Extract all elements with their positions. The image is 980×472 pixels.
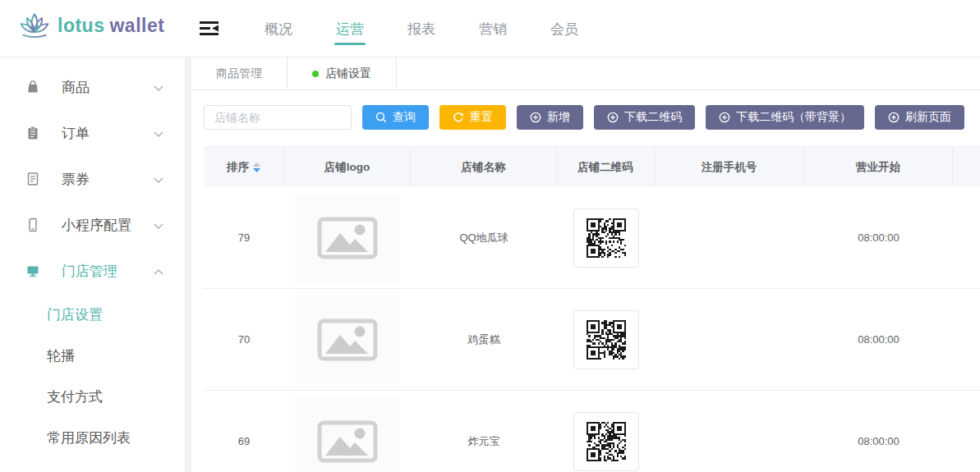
ticket-icon	[25, 172, 41, 186]
sidebar-subitem-payment-methods[interactable]: 支付方式	[0, 376, 185, 417]
cell-sort: 70	[204, 289, 284, 390]
brand-logo: lotuswallet	[18, 11, 164, 39]
download-qr-bg-button[interactable]: 下载二维码（带背景）	[706, 105, 864, 130]
download-qr-button[interactable]: 下载二维码	[594, 105, 695, 130]
topnav-reports[interactable]: 报表	[406, 15, 437, 44]
tab-goods-management[interactable]: 商品管理	[191, 57, 288, 89]
cell-logo	[284, 391, 411, 472]
column-header-open-time: 营业开始	[804, 147, 953, 187]
cell-qr	[557, 289, 655, 390]
cell-more	[953, 391, 980, 472]
cell-logo	[284, 187, 411, 288]
brand-name: lotuswallet	[58, 15, 164, 37]
clipboard-icon	[25, 126, 41, 140]
qr-code-box[interactable]	[573, 412, 639, 471]
chevron-up-icon	[154, 263, 163, 278]
plus-circle-icon	[888, 112, 899, 123]
download-qr-button-label: 下载二维码	[624, 110, 682, 125]
store-icon	[25, 263, 41, 278]
image-placeholder	[295, 397, 400, 472]
table-header-row: 排序 店铺logo 店铺名称 店铺二维码 注册手机号 营业开始	[204, 146, 980, 187]
cell-phone	[655, 187, 804, 288]
table-row: 69 炸元宝 08:00:00	[204, 391, 980, 472]
cell-phone	[655, 289, 804, 390]
cell-shop-name: QQ地瓜球	[411, 187, 557, 288]
sidebar-subitem-carousel[interactable]: 轮播	[0, 335, 185, 376]
sidebar-label-miniprogram: 小程序配置	[62, 216, 154, 235]
topnav-members[interactable]: 会员	[549, 15, 580, 44]
tab-label: 商品管理	[216, 66, 262, 81]
column-header-phone: 注册手机号	[655, 147, 804, 187]
cell-more	[953, 187, 980, 288]
column-header-qr: 店铺二维码	[557, 147, 655, 187]
phone-icon	[25, 218, 41, 232]
sidebar-label-goods: 商品	[62, 78, 154, 97]
lotus-logo-icon	[18, 11, 51, 39]
plus-circle-icon	[607, 112, 619, 123]
sidebar-item-store-management[interactable]: 门店管理	[0, 248, 185, 294]
sidebar-item-orders[interactable]: 订单	[0, 110, 185, 156]
topnav-overview[interactable]: 概况	[263, 15, 294, 44]
download-qr-bg-button-label: 下载二维码（带背景）	[736, 110, 851, 125]
cell-shop-name: 鸡蛋糕	[411, 289, 557, 390]
stores-table: 排序 店铺logo 店铺名称 店铺二维码 注册手机号 营业开始 79 QQ地瓜球	[204, 146, 980, 472]
reset-button-label: 重置	[470, 110, 493, 125]
plus-circle-icon	[719, 112, 730, 123]
cell-sort: 79	[204, 187, 284, 288]
image-placeholder	[295, 194, 400, 282]
refresh-icon	[453, 112, 464, 123]
image-placeholder	[295, 296, 400, 384]
column-header-logo: 店铺logo	[284, 147, 411, 187]
tab-label: 店铺设置	[325, 66, 371, 81]
table-row: 70 鸡蛋糕 08:00:00	[204, 289, 980, 391]
cell-open-time: 08:00:00	[804, 391, 953, 472]
cell-open-time: 08:00:00	[804, 187, 953, 288]
query-button-label: 查询	[393, 110, 416, 125]
cell-phone	[655, 391, 804, 472]
sidebar-collapse-icon[interactable]	[200, 21, 219, 39]
topnav-operations[interactable]: 运营	[334, 15, 366, 44]
sidebar-label-orders: 订单	[62, 124, 154, 143]
sidebar-subitem-common-reasons[interactable]: 常用原因列表	[0, 417, 185, 458]
cell-qr	[557, 391, 655, 472]
chevron-down-icon	[154, 126, 163, 140]
qr-code-image	[587, 320, 626, 360]
search-icon	[375, 112, 387, 123]
main-content: 查询 重置 新增 下载二维码 下载二维码（带背景） 刷新页面 排序	[191, 90, 980, 472]
toolbar: 查询 重置 新增 下载二维码 下载二维码（带背景） 刷新页面	[204, 105, 980, 130]
app-header: lotuswallet 概况 运营 报表 营销 会员	[0, 0, 980, 57]
cell-open-time: 08:00:00	[804, 289, 953, 390]
search-input[interactable]	[204, 105, 352, 130]
sidebar-gutter	[185, 57, 191, 472]
cell-shop-name: 炸元宝	[411, 391, 557, 472]
refresh-page-button[interactable]: 刷新页面	[875, 105, 964, 130]
topnav-marketing[interactable]: 营销	[477, 15, 508, 44]
tab-store-settings[interactable]: 店铺设置	[288, 57, 397, 89]
page-tabs: 商品管理 店铺设置	[191, 57, 980, 90]
column-header-sort[interactable]: 排序	[204, 147, 284, 187]
bag-icon	[25, 80, 41, 94]
qr-code-box[interactable]	[573, 209, 639, 268]
qr-code-box[interactable]	[573, 310, 639, 369]
sidebar-item-miniprogram[interactable]: 小程序配置	[0, 202, 185, 248]
add-button[interactable]: 新增	[517, 105, 583, 130]
query-button[interactable]: 查询	[362, 105, 429, 130]
sidebar-item-goods[interactable]: 商品	[0, 64, 185, 110]
sidebar-subitem-store-settings[interactable]: 门店设置	[0, 294, 185, 335]
chevron-down-icon	[154, 218, 163, 232]
column-header-name: 店铺名称	[411, 147, 557, 187]
sidebar-label-store-management: 门店管理	[62, 262, 154, 281]
cell-qr	[557, 187, 655, 288]
cell-logo	[284, 289, 411, 390]
active-tab-dot	[312, 71, 319, 77]
top-navigation: 概况 运营 报表 营销 会员	[263, 0, 580, 57]
sidebar-item-tickets[interactable]: 票券	[0, 156, 185, 202]
cell-sort: 69	[204, 391, 284, 472]
sidebar: 商品 订单 票券 小程序配置 门店管理	[0, 57, 185, 472]
add-button-label: 新增	[547, 110, 570, 125]
chevron-down-icon	[154, 172, 163, 186]
reset-button[interactable]: 重置	[439, 105, 506, 130]
table-row: 79 QQ地瓜球 08:00:00	[204, 187, 980, 289]
qr-code-image	[587, 422, 626, 461]
sort-caret-icon[interactable]	[253, 163, 260, 172]
